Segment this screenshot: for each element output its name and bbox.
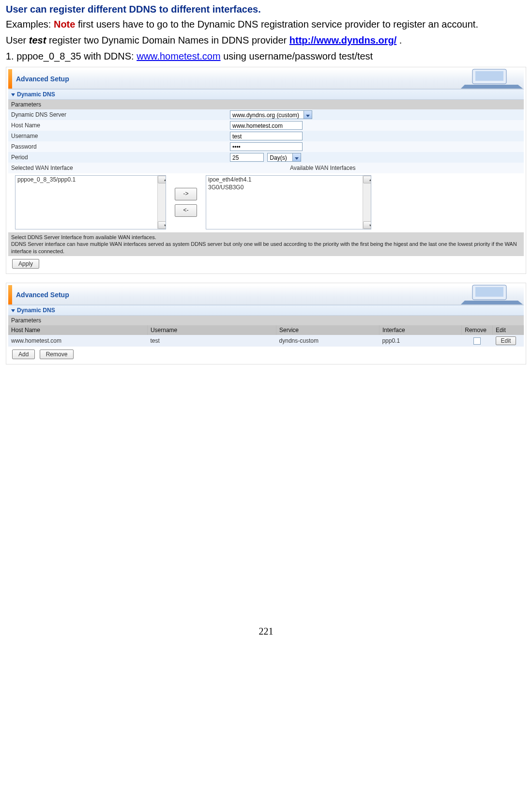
scroll-down-icon[interactable]: ▾ (158, 221, 166, 229)
available-wan-listbox[interactable]: ipoe_eth4/eth4.1 3G0/USB3G0 ▴ ▾ (206, 175, 371, 229)
note-label: Note (54, 19, 75, 30)
move-buttons: -> <- (166, 175, 206, 229)
user-test: test (29, 35, 46, 46)
accent-bar (8, 285, 12, 304)
line4a: 1. pppoe_0_8_35 with DDNS: (6, 51, 137, 61)
list-item[interactable]: pppoe_0_8_35/ppp0.1 (15, 176, 166, 183)
params-label: Parameters (8, 316, 524, 325)
doc-provider-line: User test register two Dynamic Domain Na… (6, 34, 526, 47)
help-line-2: DDNS Server interface can have multiple … (11, 241, 521, 255)
period-label: Period (8, 152, 227, 163)
panel-title: Advanced Setup (12, 69, 466, 89)
panel-header: Advanced Setup (8, 285, 524, 305)
examples-prefix: Examples: (6, 19, 54, 30)
line3c: . (396, 35, 402, 46)
chevron-down-icon (11, 309, 15, 312)
hostname-input[interactable]: www.hometest.com (230, 121, 303, 130)
scrollbar[interactable]: ▴ ▾ (363, 176, 371, 229)
section-title-bar: Dynamic DNS (8, 305, 524, 316)
add-button[interactable]: Add (12, 349, 35, 359)
panel-title: Advanced Setup (12, 285, 466, 304)
selected-wan-label: Selected WAN Interface (8, 163, 227, 173)
scroll-up-icon[interactable]: ▴ (158, 176, 166, 183)
ddns-link[interactable]: www.hometest.com (137, 51, 220, 61)
section-title: Dynamic DNS (17, 307, 55, 314)
available-wan-label: Available WAN Interfaces (227, 163, 524, 173)
edit-button[interactable]: Edit (496, 336, 517, 345)
col-interface: Interface (379, 325, 461, 335)
chevron-down-icon (292, 153, 301, 161)
password-input[interactable]: •••• (230, 142, 303, 151)
params-label: Parameters (8, 100, 524, 109)
accent-bar (8, 69, 12, 89)
col-edit: Edit (493, 325, 524, 335)
col-remove: Remove (462, 325, 493, 335)
scroll-up-icon[interactable]: ▴ (363, 176, 371, 183)
provider-link[interactable]: http://www.dyndns.org/ (289, 35, 396, 46)
period-unit-value: Day(s) (270, 154, 287, 161)
ddns-server-label: Dynamic DNS Server (8, 109, 227, 120)
chevron-down-icon (304, 111, 312, 119)
line4b: using username/password test/test (221, 51, 373, 61)
section-title: Dynamic DNS (17, 91, 55, 98)
ddns-server-value: www.dyndns.org (custom) (232, 112, 299, 119)
examples-rest: first users have to go to the Dynamic DN… (75, 19, 478, 30)
period-input[interactable]: 25 (230, 153, 264, 162)
page-number: 221 (6, 626, 526, 637)
doc-examples-line: Examples: Note first users have to go to… (6, 18, 526, 31)
ddns-grid: Host Name Username Service Interface Rem… (8, 325, 524, 347)
params-table: Dynamic DNS Server www.dyndns.org (custo… (8, 109, 524, 173)
scrollbar[interactable]: ▴ ▾ (157, 176, 166, 229)
table-row: www.hometest.com test dyndns-custom ppp0… (8, 335, 524, 347)
screenshot-ddns-list: Advanced Setup Dynamic DNS Parameters Ho… (6, 283, 526, 364)
list-item[interactable]: ipoe_eth4/eth4.1 (206, 176, 371, 183)
section-title-bar: Dynamic DNS (8, 89, 524, 100)
hostname-label: Host Name (8, 120, 227, 131)
col-hostname: Host Name (8, 325, 147, 335)
cell-interface: ppp0.1 (379, 335, 461, 347)
username-input[interactable]: test (230, 132, 303, 140)
cell-hostname: www.hometest.com (8, 335, 147, 347)
chevron-down-icon (11, 93, 15, 96)
screenshot-ddns-form: Advanced Setup Dynamic DNS Parameters Dy… (6, 67, 526, 274)
cell-service: dyndns-custom (276, 335, 380, 347)
remove-button[interactable]: Remove (40, 349, 74, 359)
selected-wan-listbox[interactable]: pppoe_0_8_35/ppp0.1 ▴ ▾ (15, 175, 166, 229)
line3b: register two Dynamic Domain Names in DDN… (46, 35, 289, 46)
move-right-button[interactable]: -> (175, 188, 197, 200)
remove-checkbox[interactable] (473, 337, 481, 345)
laptop-graphic (466, 69, 524, 89)
password-label: Password (8, 141, 227, 152)
move-left-button[interactable]: <- (175, 204, 197, 217)
svg-rect-1 (475, 71, 503, 81)
scroll-down-icon[interactable]: ▾ (363, 221, 371, 229)
period-unit-select[interactable]: Day(s) (267, 153, 301, 162)
button-row: Add Remove (8, 347, 524, 362)
col-service: Service (276, 325, 380, 335)
help-line-1: Select DDNS Server Interface from availa… (11, 234, 521, 241)
col-username: Username (147, 325, 276, 335)
panel-header: Advanced Setup (8, 69, 524, 89)
ddns-server-select[interactable]: www.dyndns.org (custom) (230, 110, 312, 119)
cell-username: test (147, 335, 276, 347)
doc-ddns-line: 1. pppoe_0_8_35 with DDNS: www.hometest.… (6, 50, 526, 63)
button-row: Apply (8, 256, 524, 272)
grid-header-row: Host Name Username Service Interface Rem… (8, 325, 524, 335)
wan-transfer-area: pppoe_0_8_35/ppp0.1 ▴ ▾ -> <- ipoe_eth4/… (8, 173, 524, 232)
doc-heading: User can register different DDNS to diff… (6, 4, 526, 15)
apply-button[interactable]: Apply (12, 259, 39, 269)
help-text: Select DDNS Server Interface from availa… (8, 232, 524, 256)
laptop-graphic (466, 285, 524, 304)
line3a: User (6, 35, 29, 46)
username-label: Username (8, 131, 227, 141)
svg-rect-3 (475, 287, 503, 297)
list-item[interactable]: 3G0/USB3G0 (206, 183, 371, 191)
